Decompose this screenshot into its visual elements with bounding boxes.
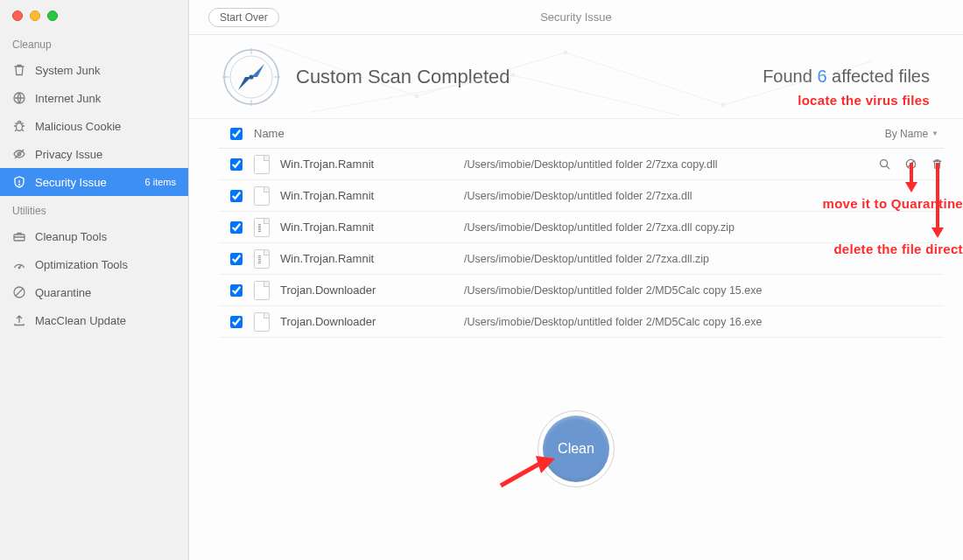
column-name-header[interactable]: Name — [254, 127, 464, 140]
threat-path: /Users/imobie/Desktop/untitled folder 2/… — [464, 253, 868, 265]
shield-icon — [12, 175, 26, 189]
file-icon — [254, 155, 270, 174]
sidebar-item-label: Internet Junk — [35, 92, 176, 105]
table-header: Name By Name ▼ — [219, 119, 944, 149]
threat-name: Win.Trojan.Ramnit — [280, 220, 374, 234]
sort-label: By Name — [885, 128, 928, 140]
sidebar-item-optimization-tools[interactable]: Optimization Tools — [0, 250, 188, 278]
sidebar-item-label: Quarantine — [35, 286, 176, 299]
svg-point-19 — [511, 74, 516, 78]
threat-name: Trojan.Downloader — [280, 284, 376, 297]
sidebar-item-label: Cleanup Tools — [35, 230, 176, 243]
quarantine-file-button[interactable] — [903, 158, 917, 172]
svg-point-18 — [721, 103, 726, 108]
scan-result-title: Custom Scan Completed — [296, 66, 510, 88]
row-checkbox[interactable] — [230, 158, 243, 171]
sidebar-item-privacy-issue[interactable]: Privacy Issue — [0, 140, 188, 168]
threat-table: Name By Name ▼ Win.Trojan.Ramnit/Users/i… — [189, 119, 963, 338]
threat-name: Win.Trojan.Ramnit — [280, 252, 374, 265]
toolbox-icon — [12, 229, 26, 243]
threat-path: /Users/imobie/Desktop/untitled folder 2/… — [464, 316, 868, 328]
sidebar-item-label: MacClean Update — [35, 314, 176, 327]
found-number: 6 — [817, 66, 826, 86]
svg-line-32 — [908, 161, 914, 167]
clean-button-ring: Clean — [538, 410, 615, 487]
row-checkbox[interactable] — [230, 284, 243, 297]
svg-marker-26 — [251, 64, 264, 77]
threat-row[interactable]: Win.Trojan.Ramnit/Users/imobie/Desktop/u… — [219, 149, 944, 180]
svg-line-15 — [513, 75, 679, 116]
sidebar-item-label: Security Issue — [35, 176, 137, 189]
locate-file-button[interactable] — [877, 158, 891, 172]
svg-point-7 — [18, 267, 19, 268]
found-suffix: affected files — [827, 66, 930, 86]
upload-icon — [12, 313, 26, 327]
sidebar-item-label: Optimization Tools — [35, 258, 176, 271]
globe-stop-icon — [12, 91, 26, 105]
threat-path: /Users/imobie/Desktop/untitled folder 2/… — [464, 284, 868, 297]
svg-point-4 — [19, 185, 20, 186]
clean-section: Clean — [189, 338, 963, 560]
sidebar-item-label: Privacy Issue — [35, 148, 176, 161]
found-prefix: Found — [763, 66, 817, 86]
main-panel: Start Over Security Issue Custom Scan Co… — [189, 0, 963, 560]
file-icon — [254, 186, 270, 206]
threat-name: Win.Trojan.Ramnit — [280, 158, 374, 171]
sidebar: CleanupSystem JunkInternet JunkMalicious… — [0, 0, 189, 560]
svg-point-1 — [17, 123, 23, 131]
quarantine-icon — [12, 285, 26, 299]
close-window-button[interactable] — [12, 10, 23, 21]
threat-path: /Users/imobie/Desktop/untitled folder 2/… — [464, 221, 868, 234]
bug-icon — [12, 119, 26, 133]
row-checkbox[interactable] — [230, 221, 243, 234]
threat-row[interactable]: Trojan.Downloader/Users/imobie/Desktop/u… — [219, 275, 944, 306]
row-checkbox[interactable] — [230, 190, 243, 202]
delete-file-button[interactable] — [930, 158, 944, 172]
sidebar-item-cleanup-tools[interactable]: Cleanup Tools — [0, 222, 188, 250]
zip-file-icon — [254, 249, 270, 269]
sidebar-item-malicious-cookie[interactable]: Malicious Cookie — [0, 112, 188, 140]
sidebar-section-label: Cleanup — [0, 30, 188, 56]
found-count-text: Found 6 affected files — [763, 66, 930, 87]
sidebar-item-badge: 6 items — [145, 177, 176, 187]
sidebar-item-macclean-update[interactable]: MacClean Update — [0, 306, 188, 334]
start-over-button[interactable]: Start Over — [208, 8, 279, 27]
threat-row[interactable]: Win.Trojan.Ramnit/Users/imobie/Desktop/u… — [219, 180, 944, 212]
sidebar-item-label: System Junk — [35, 64, 176, 77]
svg-point-29 — [880, 160, 887, 167]
file-icon — [254, 312, 270, 332]
sidebar-item-security-issue[interactable]: Security Issue6 items — [0, 168, 188, 196]
threat-name: Win.Trojan.Ramnit — [280, 189, 374, 202]
annotation-locate: locate the virus files — [798, 93, 930, 108]
threat-row[interactable]: Win.Trojan.Ramnit/Users/imobie/Desktop/u… — [219, 212, 944, 243]
top-bar: Start Over Security Issue — [189, 0, 963, 35]
svg-line-37 — [501, 463, 541, 486]
sidebar-item-system-junk[interactable]: System Junk — [0, 56, 188, 84]
svg-point-16 — [415, 94, 419, 99]
sidebar-item-quarantine[interactable]: Quarantine — [0, 278, 188, 306]
zoom-window-button[interactable] — [47, 10, 58, 21]
window-traffic-lights — [0, 0, 188, 30]
svg-point-17 — [564, 51, 568, 55]
clean-button[interactable]: Clean — [543, 416, 609, 482]
row-checkbox[interactable] — [230, 316, 243, 328]
select-all-checkbox[interactable] — [230, 128, 243, 140]
threat-row[interactable]: Win.Trojan.Ramnit/Users/imobie/Desktop/u… — [219, 243, 944, 275]
zip-file-icon — [254, 218, 270, 237]
page-title: Security Issue — [540, 10, 612, 24]
threat-path: /Users/imobie/Desktop/untitled folder 2/… — [464, 190, 868, 202]
svg-line-9 — [16, 289, 23, 296]
threat-row[interactable]: Trojan.Downloader/Users/imobie/Desktop/u… — [219, 306, 944, 338]
svg-marker-27 — [238, 77, 251, 90]
minimize-window-button[interactable] — [30, 10, 40, 21]
gauge-icon — [12, 257, 26, 271]
svg-point-28 — [249, 74, 253, 79]
trash-icon — [12, 63, 26, 77]
chevron-down-icon: ▼ — [931, 130, 938, 137]
sidebar-item-internet-junk[interactable]: Internet Junk — [0, 84, 188, 112]
sort-button[interactable]: By Name ▼ — [885, 128, 938, 140]
compass-icon — [222, 48, 280, 106]
row-checkbox[interactable] — [230, 253, 243, 265]
threat-path: /Users/imobie/Desktop/untitled folder 2/… — [464, 158, 868, 171]
eye-slash-icon — [12, 147, 26, 161]
